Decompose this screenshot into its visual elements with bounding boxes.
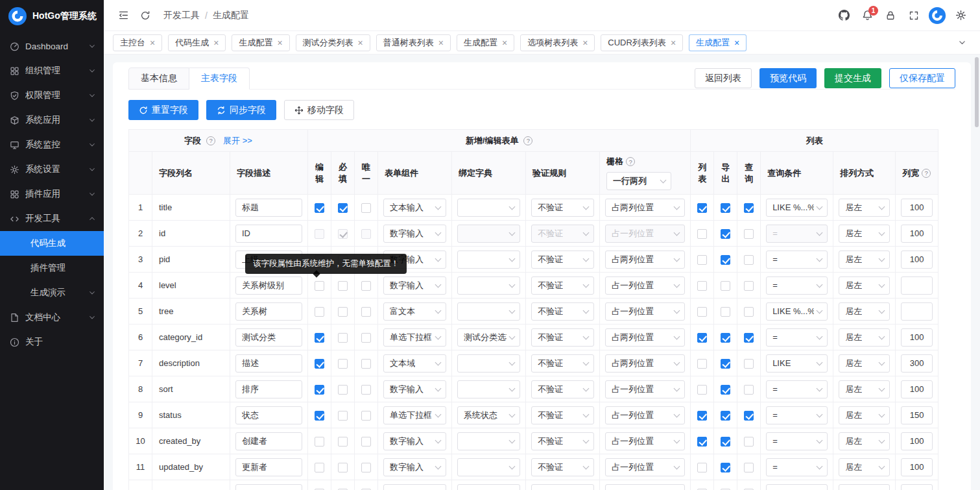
export-checkbox[interactable] <box>721 385 730 395</box>
required-checkbox[interactable] <box>338 229 348 239</box>
grid-position-select[interactable]: 占一列位置 <box>605 380 685 398</box>
field-desc-input[interactable] <box>235 276 302 295</box>
tab-main-fields[interactable]: 主表字段 <box>189 67 250 90</box>
edit-checkbox[interactable] <box>315 437 324 447</box>
sidebar-item-plugin[interactable]: 插件应用 <box>0 182 104 206</box>
close-icon[interactable]: × <box>150 38 155 47</box>
required-checkbox[interactable] <box>338 437 348 447</box>
edit-checkbox[interactable] <box>315 281 324 291</box>
export-checkbox[interactable] <box>721 333 730 343</box>
close-icon[interactable]: × <box>438 38 444 47</box>
validate-rule-select[interactable]: 不验证 <box>531 328 594 347</box>
form-component-select[interactable]: 单选下拉框 <box>383 328 446 347</box>
form-component-select[interactable]: 数字输入 <box>383 225 446 243</box>
close-icon[interactable]: × <box>502 38 507 47</box>
column-width-input[interactable] <box>901 251 933 269</box>
nav-tab[interactable]: 生成配置× <box>689 34 747 51</box>
validate-rule-select[interactable]: 不验证 <box>531 225 594 243</box>
required-checkbox[interactable] <box>338 359 348 369</box>
close-icon[interactable]: × <box>582 38 588 47</box>
validate-rule-select[interactable]: 不验证 <box>531 406 594 424</box>
nav-tab[interactable]: 普通树表列表× <box>376 34 451 51</box>
unique-checkbox[interactable] <box>361 203 371 213</box>
avatar[interactable] <box>927 5 948 26</box>
sidebar-item-dashboard[interactable]: Dashboard <box>0 34 104 58</box>
close-icon[interactable]: × <box>671 38 676 47</box>
move-fields-button[interactable]: 移动字段 <box>284 100 354 120</box>
export-checkbox[interactable] <box>721 203 730 213</box>
edit-checkbox[interactable] <box>315 307 324 317</box>
export-checkbox[interactable] <box>721 437 730 447</box>
field-desc-input[interactable] <box>235 484 302 490</box>
validate-rule-select[interactable]: 不验证 <box>531 276 594 295</box>
column-width-input[interactable] <box>901 432 933 450</box>
export-checkbox[interactable] <box>721 359 730 369</box>
form-component-select[interactable]: 文本输入 <box>383 199 446 217</box>
list-checkbox[interactable] <box>697 411 707 421</box>
grid-position-select[interactable] <box>605 484 685 490</box>
required-checkbox[interactable] <box>338 411 348 421</box>
required-checkbox[interactable] <box>338 385 348 395</box>
list-checkbox[interactable] <box>697 333 707 343</box>
validate-rule-select[interactable]: 不验证 <box>531 302 594 321</box>
query-checkbox[interactable] <box>744 463 754 472</box>
nav-tab[interactable]: CUDR列表列表× <box>601 34 683 51</box>
help-icon[interactable]: ? <box>523 136 532 145</box>
list-checkbox[interactable] <box>697 463 707 472</box>
bind-dict-select[interactable] <box>457 484 520 490</box>
export-checkbox[interactable] <box>721 411 730 421</box>
query-checkbox[interactable] <box>744 359 754 369</box>
field-desc-input[interactable] <box>235 380 302 398</box>
form-component-select[interactable] <box>383 484 446 490</box>
nav-tab[interactable]: 主控台× <box>113 34 162 51</box>
align-select[interactable]: 居左 <box>839 199 890 217</box>
form-component-select[interactable]: 单选下拉框 <box>383 406 446 424</box>
bind-dict-select[interactable] <box>457 458 520 476</box>
bind-dict-select[interactable] <box>457 199 520 217</box>
form-component-select[interactable]: 文本域 <box>383 354 446 373</box>
align-select[interactable]: 居左 <box>839 328 890 347</box>
required-checkbox[interactable] <box>338 307 348 317</box>
notifications-bell-icon[interactable]: 1 <box>857 5 878 26</box>
unique-checkbox[interactable] <box>361 333 371 343</box>
validate-rule-select[interactable]: 不验证 <box>531 354 594 373</box>
unique-checkbox[interactable] <box>361 411 371 421</box>
close-icon[interactable]: × <box>358 38 363 47</box>
bind-dict-select[interactable] <box>457 251 520 269</box>
grid-position-select[interactable]: 占两列位置 <box>605 251 685 269</box>
bind-dict-select[interactable] <box>457 225 520 243</box>
validate-rule-select[interactable]: 不验证 <box>531 458 594 476</box>
validate-rule-select[interactable] <box>531 484 594 490</box>
query-condition-select[interactable]: = <box>766 458 828 476</box>
query-condition-select[interactable]: LIKE <box>766 354 828 373</box>
column-width-input[interactable] <box>901 484 933 490</box>
column-width-input[interactable] <box>901 199 933 217</box>
breadcrumb-section[interactable]: 开发工具 <box>163 10 200 21</box>
close-icon[interactable]: × <box>277 38 282 47</box>
unique-checkbox[interactable] <box>361 437 371 447</box>
fullscreen-icon[interactable] <box>903 5 924 26</box>
edit-checkbox[interactable] <box>315 203 324 213</box>
scrollbar[interactable] <box>975 57 979 127</box>
field-desc-input[interactable] <box>235 432 302 450</box>
export-checkbox[interactable] <box>721 463 730 472</box>
validate-rule-select[interactable]: 不验证 <box>531 199 594 217</box>
nav-tab[interactable]: 代码生成× <box>168 34 226 51</box>
column-width-input[interactable] <box>901 458 933 476</box>
align-select[interactable]: 居左 <box>839 251 890 269</box>
query-condition-select[interactable]: = <box>766 225 828 243</box>
grid-position-select[interactable]: 占一列位置 <box>605 276 685 295</box>
bind-dict-select[interactable] <box>457 302 520 321</box>
field-desc-input[interactable] <box>235 328 302 347</box>
bind-dict-select[interactable] <box>457 380 520 398</box>
grid-position-select[interactable]: 占一列位置 <box>605 432 685 450</box>
sidebar-item-org[interactable]: 组织管理 <box>0 58 104 83</box>
bind-dict-select[interactable]: 系统状态 <box>457 406 520 424</box>
sidebar-item-docs[interactable]: 文档中心 <box>0 305 104 330</box>
validate-rule-select[interactable]: 不验证 <box>531 432 594 450</box>
align-select[interactable]: 居左 <box>839 432 890 450</box>
export-checkbox[interactable] <box>721 307 730 317</box>
column-width-input[interactable] <box>901 354 933 373</box>
close-icon[interactable]: × <box>213 38 219 47</box>
sidebar-item-plugin-manage[interactable]: 插件管理 <box>0 256 104 280</box>
